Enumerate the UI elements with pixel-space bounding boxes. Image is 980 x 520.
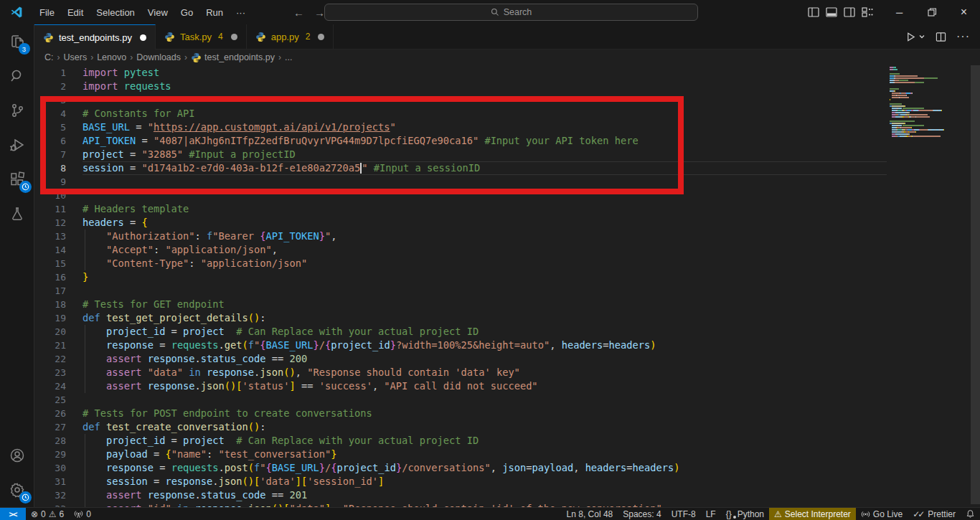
- ports-indicator[interactable]: 0: [69, 508, 96, 520]
- modified-dot[interactable]: [231, 34, 237, 40]
- code-line-22[interactable]: assert response.status_code == 200: [83, 352, 887, 366]
- code-line-7[interactable]: project = "32885" #Input a projectID: [83, 148, 887, 161]
- code-line-6[interactable]: API_TOKEN = "4087|aKJhg6nITfpZ2edfBruQvy…: [83, 134, 887, 148]
- source-control-icon[interactable]: [0, 93, 34, 128]
- line-number[interactable]: 8: [34, 161, 66, 175]
- gutter[interactable]: 1234567891011121314151617181920212223242…: [34, 66, 66, 507]
- line-number[interactable]: 1: [34, 66, 66, 80]
- vertical-scrollbar[interactable]: [971, 65, 980, 504]
- line-number[interactable]: 26: [34, 407, 66, 420]
- customize-layout-icon[interactable]: [862, 6, 873, 18]
- line-number[interactable]: 25: [34, 393, 66, 407]
- breadcrumb-item[interactable]: Lenovo: [97, 52, 126, 62]
- code-line-2[interactable]: import requests: [83, 80, 887, 93]
- prettier-status[interactable]: ✓✓ Prettier: [908, 508, 961, 520]
- code-line-19[interactable]: def test_get_project_details():: [83, 311, 887, 325]
- code-line-17[interactable]: [83, 284, 887, 298]
- line-number[interactable]: 15: [34, 257, 66, 270]
- line-number[interactable]: 14: [34, 243, 66, 257]
- line-number[interactable]: 29: [34, 448, 66, 461]
- breadcrumb-item[interactable]: C:: [44, 52, 54, 62]
- code-line-28[interactable]: project_id = project # Can Replace with …: [83, 434, 887, 448]
- line-number[interactable]: 7: [34, 148, 66, 161]
- code-line-8[interactable]: session = "d174a1b2-e7d0-403a-b12f-e1e80…: [83, 161, 887, 175]
- menu-item-run[interactable]: Run: [199, 4, 230, 21]
- code-line-29[interactable]: payload = {"name": "test_conversation"}: [83, 448, 887, 461]
- breadcrumb-item[interactable]: test_endpoints.py: [191, 52, 275, 63]
- menu-item-selection[interactable]: Selection: [90, 4, 141, 21]
- line-number[interactable]: 2: [34, 80, 66, 93]
- code-line-30[interactable]: response = requests.post(f"{BASE_URL}/{p…: [83, 461, 887, 475]
- toggle-primary-sidebar-icon[interactable]: [808, 6, 819, 18]
- code-line-3[interactable]: [83, 93, 887, 107]
- eol-setting[interactable]: LF: [701, 508, 721, 520]
- minimize-button[interactable]: ─: [883, 0, 915, 24]
- code-line-24[interactable]: assert response.json()['status'] == 'suc…: [83, 379, 887, 393]
- breadcrumb-item[interactable]: ...: [285, 52, 292, 62]
- more-actions-button[interactable]: ···: [956, 30, 970, 43]
- code-line-20[interactable]: project_id = project # Can Replace with …: [83, 325, 887, 339]
- code-line-5[interactable]: BASE_URL = "https://app.customgpt.ai/api…: [83, 120, 887, 134]
- global-search-box[interactable]: Search: [324, 4, 698, 21]
- line-number[interactable]: 10: [34, 189, 66, 202]
- extensions-icon[interactable]: [0, 162, 34, 197]
- chevron-down-icon[interactable]: [918, 33, 925, 40]
- line-number[interactable]: 30: [34, 461, 66, 475]
- breadcrumb-item[interactable]: Users: [64, 52, 88, 62]
- problems-indicator[interactable]: ⊗ 0 ⚠ 6: [26, 508, 69, 520]
- code-line-1[interactable]: import pytest: [83, 66, 887, 80]
- split-editor-button[interactable]: [936, 32, 946, 42]
- line-number[interactable]: 17: [34, 284, 66, 298]
- code-line-10[interactable]: [83, 189, 887, 202]
- explorer-icon[interactable]: 3: [0, 24, 34, 59]
- line-number[interactable]: 16: [34, 270, 66, 284]
- line-number[interactable]: 21: [34, 339, 66, 352]
- line-number[interactable]: 18: [34, 298, 66, 311]
- notifications-bell-icon[interactable]: [961, 508, 980, 520]
- nav-forward-icon[interactable]: →: [314, 6, 325, 19]
- code-line-11[interactable]: # Headers template: [83, 202, 887, 216]
- line-number[interactable]: 11: [34, 202, 66, 216]
- code-line-25[interactable]: [83, 393, 887, 407]
- menu-item-go[interactable]: Go: [174, 4, 199, 21]
- nav-back-icon[interactable]: ←: [293, 6, 304, 19]
- tab-app[interactable]: app.py 2: [247, 24, 334, 49]
- code-line-31[interactable]: session = response.json()['data']['sessi…: [83, 475, 887, 488]
- line-number[interactable]: 5: [34, 120, 66, 134]
- line-number[interactable]: 3: [34, 93, 66, 107]
- code-line-21[interactable]: response = requests.get(f"{BASE_URL}/{pr…: [83, 339, 887, 352]
- run-debug-icon[interactable]: [0, 128, 34, 162]
- menu-item-file[interactable]: File: [33, 4, 61, 21]
- tab-task[interactable]: Task.py 4: [156, 24, 247, 49]
- line-number[interactable]: 24: [34, 379, 66, 393]
- line-number[interactable]: 13: [34, 230, 66, 243]
- code-line-14[interactable]: "Accept": "application/json",: [83, 243, 887, 257]
- code-line-33[interactable]: assert "id" in response.json()["data"], …: [83, 502, 887, 507]
- indentation-setting[interactable]: Spaces: 4: [618, 508, 666, 520]
- line-number[interactable]: 32: [34, 488, 66, 502]
- minimap[interactable]: [890, 65, 970, 138]
- code-lines[interactable]: import pytestimport requests# Constants …: [83, 66, 887, 507]
- line-number[interactable]: 23: [34, 366, 66, 379]
- remote-indicator[interactable]: ><: [0, 508, 26, 520]
- search-view-icon[interactable]: [0, 59, 34, 93]
- toggle-panel-icon[interactable]: [826, 6, 837, 18]
- menu-item-[interactable]: ···: [230, 4, 252, 21]
- accounts-icon[interactable]: [0, 438, 34, 473]
- line-number[interactable]: 12: [34, 216, 66, 230]
- code-line-26[interactable]: # Tests for POST endpoint to create conv…: [83, 407, 887, 420]
- settings-gear-icon[interactable]: [0, 473, 34, 507]
- line-number[interactable]: 27: [34, 420, 66, 434]
- encoding-setting[interactable]: UTF-8: [666, 508, 701, 520]
- line-number[interactable]: 22: [34, 352, 66, 366]
- line-number[interactable]: 33: [34, 502, 66, 507]
- code-line-12[interactable]: headers = {: [83, 216, 887, 230]
- cursor-position[interactable]: Ln 8, Col 48: [562, 508, 618, 520]
- menu-item-view[interactable]: View: [141, 4, 174, 21]
- line-number[interactable]: 4: [34, 107, 66, 120]
- code-line-23[interactable]: assert "data" in response.json(), "Respo…: [83, 366, 887, 379]
- line-number[interactable]: 6: [34, 134, 66, 148]
- code-line-9[interactable]: [83, 175, 887, 189]
- language-mode[interactable]: {} Python: [721, 508, 769, 520]
- go-live-button[interactable]: Go Live: [856, 508, 908, 520]
